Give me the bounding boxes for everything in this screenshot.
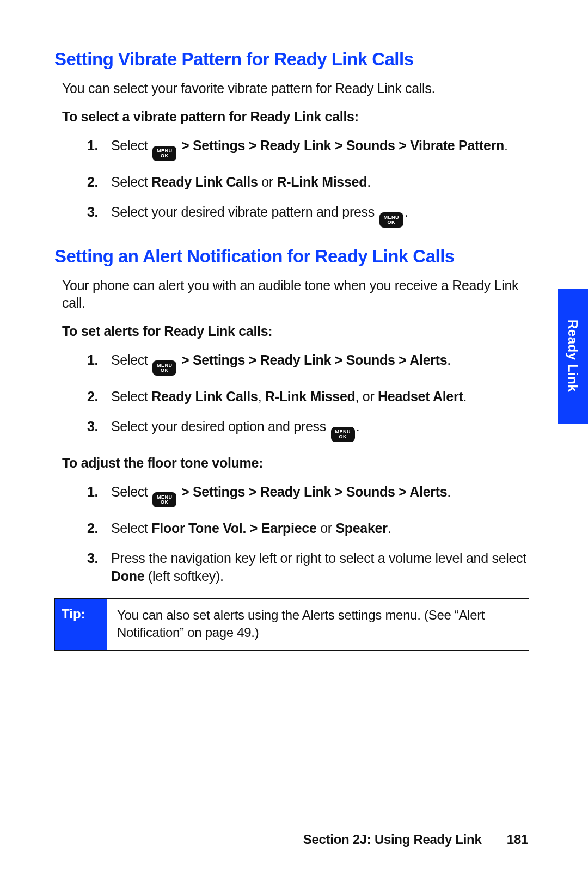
- step-text-bold: > Settings > Ready Link > Sounds > Vibra…: [177, 138, 504, 153]
- step-text: Select your desired vibrate pattern and …: [111, 204, 378, 219]
- step-text: Select: [111, 174, 151, 189]
- heading-alert-notification: Setting an Alert Notification for Ready …: [54, 246, 529, 267]
- steps-alerts: 1. Select MENUOK > Settings > Ready Link…: [87, 351, 529, 442]
- step-text: or: [317, 520, 336, 536]
- intro-vibrate: You can select your favorite vibrate pat…: [62, 79, 529, 97]
- step-number: 1.: [87, 351, 98, 369]
- step-text: Select: [111, 484, 151, 499]
- list-item: 3. Select your desired option and press …: [87, 418, 529, 442]
- step-text-bold: Ready Link Calls: [151, 174, 258, 189]
- footer-page-number: 181: [507, 832, 528, 847]
- step-number: 3.: [87, 549, 98, 567]
- step-text: .: [356, 419, 360, 434]
- step-text: Select: [111, 389, 151, 404]
- step-text: Select your desired option and press: [111, 419, 330, 434]
- menu-ok-icon: MENUOK: [152, 492, 176, 507]
- step-number: 3.: [87, 418, 98, 436]
- list-item: 2. Select Floor Tone Vol. > Earpiece or …: [87, 519, 529, 537]
- steps-vibrate: 1. Select MENUOK > Settings > Ready Link…: [87, 137, 529, 228]
- list-item: 1. Select MENUOK > Settings > Ready Link…: [87, 137, 529, 161]
- tip-text: You can also set alerts using the Alerts…: [107, 599, 529, 650]
- step-text-bold: Speaker: [335, 520, 387, 536]
- page-footer: Section 2J: Using Ready Link 181: [303, 832, 528, 847]
- step-number: 3.: [87, 203, 98, 221]
- tip-label: Tip:: [55, 599, 107, 650]
- step-number: 2.: [87, 519, 98, 537]
- step-text: Select: [111, 138, 151, 153]
- step-text: Select: [111, 520, 151, 536]
- menu-ok-icon: MENUOK: [331, 427, 355, 442]
- step-text: ,: [258, 389, 265, 404]
- step-text: .: [405, 204, 408, 219]
- step-text-bold: R-Link Missed: [277, 174, 367, 189]
- subhead-set-alerts: To set alerts for Ready Link calls:: [62, 323, 529, 339]
- step-text: , or: [356, 389, 378, 404]
- step-text: .: [504, 138, 508, 153]
- subhead-select-vibrate: To select a vibrate pattern for Ready Li…: [62, 109, 529, 125]
- step-number: 2.: [87, 173, 98, 191]
- tip-box: Tip: You can also set alerts using the A…: [54, 598, 529, 651]
- step-text: Select: [111, 352, 151, 367]
- step-number: 2.: [87, 388, 98, 406]
- step-text: Press the navigation key left or right t…: [111, 550, 526, 566]
- footer-section: Section 2J: Using Ready Link: [303, 832, 482, 847]
- list-item: 2. Select Ready Link Calls, R-Link Misse…: [87, 388, 529, 406]
- step-text: .: [447, 484, 451, 499]
- step-text: .: [463, 389, 467, 404]
- subhead-floor-tone: To adjust the floor tone volume:: [62, 455, 529, 471]
- menu-ok-icon: MENUOK: [152, 146, 176, 161]
- intro-alert: Your phone can alert you with an audible…: [62, 277, 529, 311]
- side-tab-label: Ready Link: [565, 320, 580, 392]
- step-text-bold: > Settings > Ready Link > Sounds > Alert…: [177, 484, 447, 499]
- step-number: 1.: [87, 137, 98, 155]
- list-item: 3. Select your desired vibrate pattern a…: [87, 203, 529, 228]
- list-item: 1. Select MENUOK > Settings > Ready Link…: [87, 351, 529, 376]
- steps-floor-tone: 1. Select MENUOK > Settings > Ready Link…: [87, 483, 529, 585]
- menu-ok-icon: MENUOK: [379, 212, 403, 228]
- step-number: 1.: [87, 483, 98, 501]
- step-text-bold: R-Link Missed: [265, 389, 356, 404]
- step-text: .: [367, 174, 371, 189]
- list-item: 3. Press the navigation key left or righ…: [87, 549, 529, 585]
- step-text-bold: Done: [111, 568, 144, 584]
- list-item: 2. Select Ready Link Calls or R-Link Mis…: [87, 173, 529, 191]
- step-text-bold: Headset Alert: [378, 389, 463, 404]
- list-item: 1. Select MENUOK > Settings > Ready Link…: [87, 483, 529, 507]
- page: Ready Link Setting Vibrate Pattern for R…: [0, 0, 588, 882]
- step-text-bold: Floor Tone Vol. > Earpiece: [151, 520, 316, 536]
- step-text: .: [388, 520, 391, 536]
- step-text: or: [258, 174, 277, 189]
- step-text: .: [447, 352, 451, 367]
- side-tab-ready-link: Ready Link: [558, 289, 588, 424]
- step-text-bold: Ready Link Calls: [151, 389, 258, 404]
- step-text-bold: > Settings > Ready Link > Sounds > Alert…: [177, 352, 447, 367]
- step-text: (left softkey).: [144, 568, 223, 584]
- heading-vibrate-pattern: Setting Vibrate Pattern for Ready Link C…: [54, 49, 529, 70]
- menu-ok-icon: MENUOK: [152, 360, 176, 376]
